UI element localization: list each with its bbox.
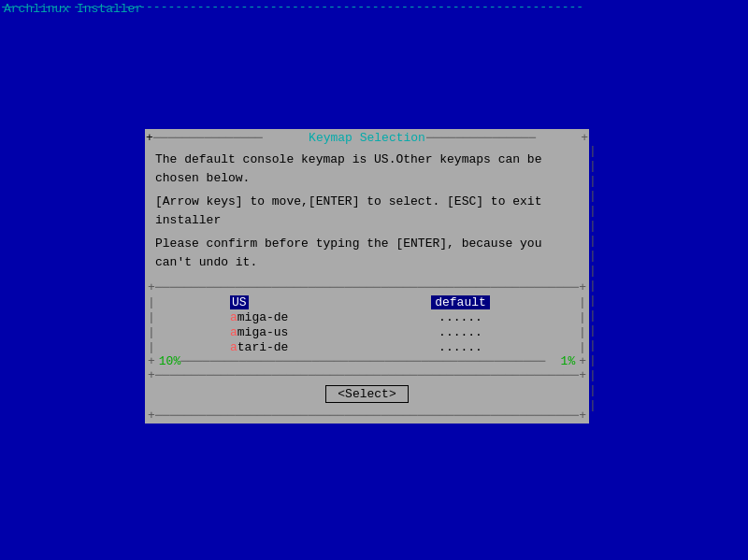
list-item[interactable]: | atari-de ...... | [146, 339, 588, 354]
selected-value: default [431, 295, 490, 309]
right-shadow: | | | | | | | | | | | | | | | | | | [589, 144, 597, 413]
pipe-left: | [148, 310, 155, 324]
list-item[interactable]: | US default | [146, 294, 588, 309]
description-2: [Arrow keys] to move,[ENTER] to select. … [155, 193, 579, 229]
keymap-dialog: + ─────────────── Keymap Selection ─────… [145, 129, 589, 424]
pipe-right: | [579, 310, 586, 324]
pipe-left: | [148, 295, 155, 309]
dialog-title: Keymap Selection [308, 131, 426, 145]
title-bar: Archlinux Installer [0, 0, 748, 18]
list-top-border: + ──────────────────────────────────────… [146, 280, 588, 294]
keymap-name-atari-de[interactable]: atari-de [155, 340, 342, 354]
keymap-name-amiga-de[interactable]: amiga-de [155, 310, 342, 324]
dialog-final-border: + ──────────────────────────────────────… [146, 409, 588, 423]
scroll-end: 1% [561, 354, 576, 368]
selected-keymap: US [230, 295, 249, 309]
pipe-left: | [148, 340, 155, 354]
keymap-value-atari-de: ...... [342, 340, 579, 354]
pipe-right: | [579, 325, 586, 339]
description-3: Please confirm before typing the [ENTER]… [155, 235, 579, 271]
dialog-bottom-border: + ──────────────────────────────────────… [146, 368, 588, 381]
select-button[interactable]: <Select> [325, 385, 408, 403]
dialog-border-tl: + [146, 131, 153, 145]
pipe-right: | [579, 295, 586, 309]
keymap-name-amiga-us[interactable]: amiga-us [155, 325, 342, 339]
keymap-value-us: default [342, 295, 579, 309]
keymap-value-amiga-de: ...... [342, 310, 579, 324]
list-item[interactable]: | amiga-de ...... | [146, 309, 588, 324]
pipe-left: | [148, 325, 155, 339]
keymap-value-amiga-us: ...... [342, 325, 579, 339]
button-row: <Select> [146, 381, 588, 409]
dialog-corner-tr: + [581, 131, 588, 145]
list-item[interactable]: | amiga-us ...... | [146, 324, 588, 339]
description-1: The default console keymap is US.Other k… [155, 151, 579, 187]
dialog-title-row: + ─────────────── Keymap Selection ─────… [146, 130, 588, 145]
app-title: Archlinux Installer [4, 2, 142, 16]
list-bottom-border: + 10% ──────────────────────────────────… [146, 354, 588, 368]
keymap-name-us[interactable]: US [155, 295, 342, 309]
scroll-start: 10% [159, 354, 180, 368]
dialog-body: The default console keymap is US.Other k… [146, 145, 588, 280]
pipe-right: | [579, 340, 586, 354]
